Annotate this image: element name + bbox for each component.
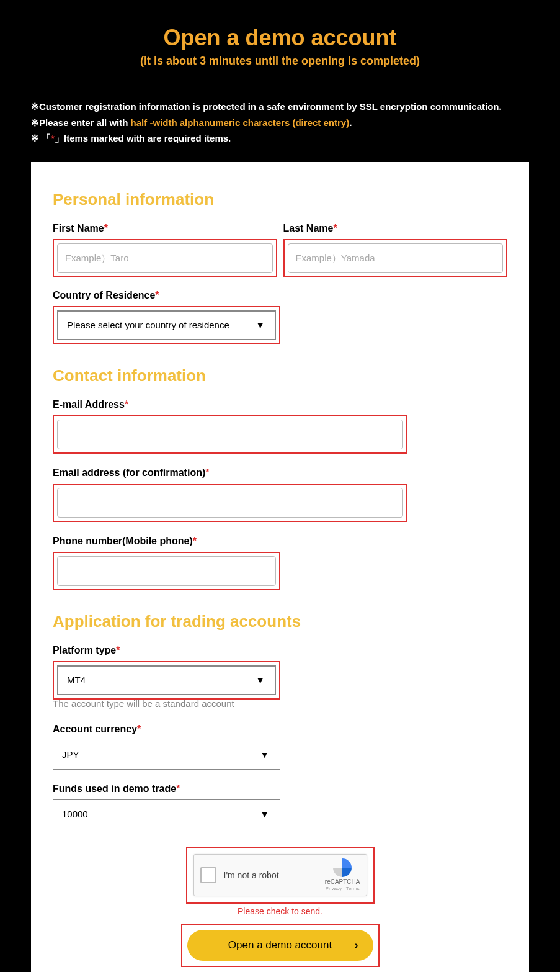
recaptcha-checkbox[interactable] — [200, 867, 216, 883]
note-halfwidth: ※Please enter all with half -width alpha… — [31, 115, 529, 131]
email-label: E-mail Address* — [53, 399, 407, 410]
section-personal: Personal information — [53, 190, 507, 209]
submit-button[interactable]: Open a demo account › — [187, 930, 373, 961]
page-title: Open a demo account — [0, 25, 560, 51]
first-name-label: First Name* — [53, 223, 277, 234]
form-card: Personal information First Name* Last Na… — [31, 162, 529, 973]
recaptcha-icon — [333, 858, 352, 877]
email-confirm-input[interactable] — [57, 488, 403, 518]
currency-select[interactable]: JPY — [53, 740, 280, 770]
country-label: Country of Residence* — [53, 290, 280, 301]
page-subtitle: (It is about 3 minutes until the opening… — [0, 55, 560, 68]
first-name-input[interactable] — [57, 243, 273, 273]
recaptcha-widget[interactable]: I'm not a robot reCAPTCHA Privacy - Term… — [193, 854, 367, 896]
phone-input[interactable] — [57, 556, 276, 586]
section-contact: Contact information — [53, 366, 507, 385]
country-select[interactable]: Please select your country of residence — [57, 310, 276, 340]
note-required: ※ 「*」Items marked with are required item… — [31, 130, 529, 146]
platform-select[interactable]: MT4 — [57, 665, 276, 695]
recaptcha-error: Please check to send. — [53, 906, 507, 916]
recaptcha-label: I'm not a robot — [224, 870, 318, 880]
chevron-right-icon: › — [355, 939, 358, 952]
recaptcha-brand: reCAPTCHA Privacy - Terms — [325, 858, 360, 892]
notes-block: ※Customer registration information is pr… — [0, 68, 560, 156]
currency-label: Account currency* — [53, 724, 280, 735]
email-input[interactable] — [57, 420, 403, 449]
last-name-label: Last Name* — [283, 223, 508, 234]
section-trading: Application for trading accounts — [53, 612, 507, 631]
note-ssl: ※Customer registration information is pr… — [31, 99, 529, 115]
phone-label: Phone number(Mobile phone)* — [53, 536, 280, 547]
last-name-input[interactable] — [288, 243, 504, 273]
platform-note: The account type will be a standard acco… — [53, 698, 280, 709]
platform-label: Platform type* — [53, 645, 280, 656]
funds-label: Funds used in demo trade* — [53, 783, 280, 794]
funds-select[interactable]: 10000 — [53, 799, 280, 829]
email-confirm-label: Email address (for confirmation)* — [53, 467, 407, 479]
